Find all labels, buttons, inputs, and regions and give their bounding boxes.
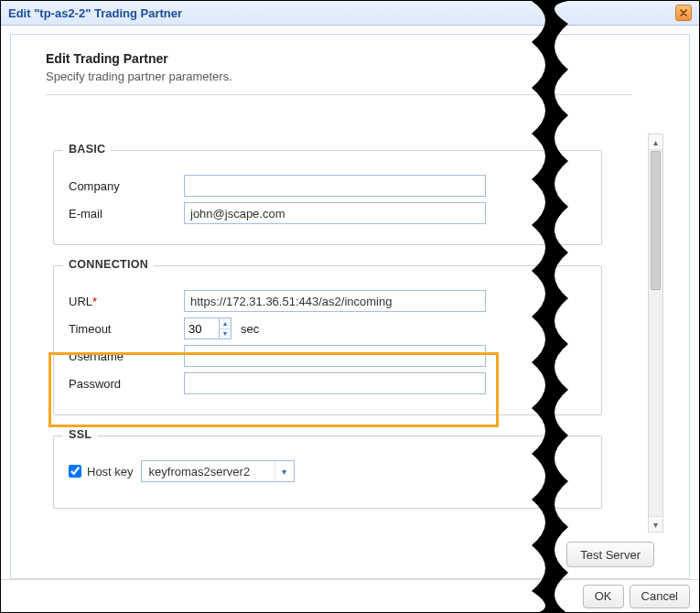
group-ssl-legend: SSL	[63, 428, 97, 441]
dialog-footer: OK Cancel	[1, 579, 699, 612]
scroll-area: BASIC Company E-mail CONNECTION	[37, 134, 663, 532]
scroll-down-icon[interactable]: ▾	[649, 516, 662, 532]
hostkey-select[interactable]: keyfromas2server2 ▾	[141, 460, 295, 482]
username-label: Username	[69, 350, 184, 363]
url-input[interactable]	[184, 290, 486, 312]
group-connection: CONNECTION URL* Timeout ▴ ▾	[53, 265, 602, 415]
timeout-label: Timeout	[69, 322, 184, 336]
close-button[interactable]	[675, 5, 692, 21]
page-subtitle: Specify trading partner parameters.	[46, 70, 669, 83]
company-input[interactable]	[184, 175, 486, 197]
scroll-thumb[interactable]	[651, 151, 661, 290]
form-content: BASIC Company E-mail CONNECTION	[53, 134, 638, 532]
password-input[interactable]	[184, 372, 486, 394]
row-hostkey: Host key keyfromas2server2 ▾	[69, 460, 587, 482]
page-title: Edit Trading Partner	[46, 51, 669, 66]
required-marker: *	[92, 295, 97, 308]
titlebar: Edit "tp-as2-2" Trading Partner	[1, 1, 699, 26]
row-url: URL*	[69, 290, 587, 312]
scrollbar[interactable]: ▴ ▾	[648, 134, 663, 532]
row-email: E-mail	[69, 202, 587, 224]
group-connection-legend: CONNECTION	[63, 258, 154, 271]
row-timeout: Timeout ▴ ▾ sec	[69, 317, 587, 339]
timeout-input[interactable]	[184, 317, 219, 339]
chevron-down-icon: ▾	[275, 461, 294, 481]
group-ssl: SSL Host key keyfromas2server2 ▾	[53, 436, 602, 509]
window-title: Edit "tp-as2-2" Trading Partner	[8, 6, 182, 20]
spin-down-icon[interactable]: ▾	[220, 329, 231, 339]
group-basic-legend: BASIC	[63, 143, 111, 156]
hostkey-checkbox[interactable]	[69, 465, 81, 478]
content-panel: Edit Trading Partner Specify trading par…	[10, 34, 690, 579]
divider	[46, 94, 631, 95]
row-username: Username	[69, 345, 587, 367]
cancel-button[interactable]: Cancel	[630, 585, 690, 608]
timeout-unit: sec	[241, 322, 259, 336]
username-input[interactable]	[184, 345, 486, 367]
row-company: Company	[69, 175, 587, 197]
row-password: Password	[69, 372, 587, 394]
timeout-stepper[interactable]: ▴ ▾	[184, 317, 232, 339]
hostkey-label: Host key	[87, 465, 134, 479]
close-icon	[680, 9, 687, 16]
email-input[interactable]	[184, 202, 486, 224]
email-label: E-mail	[69, 207, 184, 220]
hostkey-select-value: keyfromas2server2	[149, 465, 251, 479]
scroll-up-icon[interactable]: ▴	[649, 134, 662, 150]
url-label: URL*	[69, 295, 184, 308]
company-label: Company	[69, 179, 184, 193]
dialog-frame: Edit "tp-as2-2" Trading Partner Edit Tra…	[0, 0, 700, 613]
dialog-body: Edit Trading Partner Specify trading par…	[1, 25, 699, 579]
ok-button[interactable]: OK	[583, 585, 624, 608]
password-label: Password	[69, 377, 184, 391]
group-basic: BASIC Company E-mail	[53, 150, 602, 245]
timeout-spin-buttons[interactable]: ▴ ▾	[219, 317, 232, 339]
spin-up-icon[interactable]: ▴	[220, 318, 231, 329]
test-server-button[interactable]: Test Server	[566, 542, 654, 567]
